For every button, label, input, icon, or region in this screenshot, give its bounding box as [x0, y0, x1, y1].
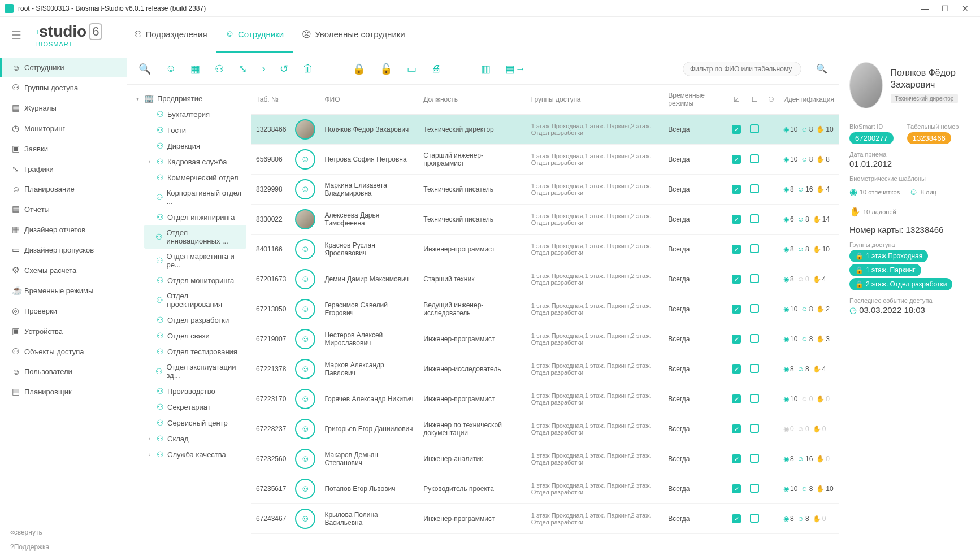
sidebar-item[interactable]: ☺Планирование	[0, 179, 127, 199]
face-icon: ☺	[909, 187, 918, 197]
tree-item[interactable]: ⚇Отдел мониторинга	[144, 272, 246, 288]
tree-item[interactable]: ⚇Гости	[144, 122, 246, 138]
palm-count: 10 ладоней	[863, 209, 896, 215]
sidebar-item[interactable]: ⤡Графики	[0, 159, 127, 179]
header-tab[interactable]: ☹Уволенные сотрудники	[293, 17, 414, 53]
card-icon[interactable]: ▭	[407, 63, 417, 75]
table-row[interactable]: 67235617☺Потапов Егор ЛьвовичРуководител…	[251, 474, 839, 504]
tree-item[interactable]: ›⚇Склад	[144, 431, 246, 446]
column-header[interactable]	[290, 85, 320, 115]
table-row[interactable]: 67219007☺Нестеров Алексей МирославовичИн…	[251, 324, 839, 354]
last-event-value: ◷ 03.03.2022 18:03	[849, 305, 970, 315]
sidebar-item[interactable]: ⚇Объекты доступа	[0, 341, 127, 362]
header-tab[interactable]: ⚇Подразделения	[125, 17, 216, 53]
tree-item[interactable]: ›⚇Служба качества	[144, 446, 246, 462]
sidebar-item[interactable]: ▦Дизайнер отчетов	[0, 219, 127, 240]
filter-input[interactable]	[683, 62, 801, 76]
group-add-icon[interactable]: ⚇	[215, 63, 224, 75]
employee-table: Таб. №ФИОДолжностьГруппы доступаВременны…	[251, 85, 839, 560]
table-row[interactable]: 67201673☺Демин Дамир МаксимовичСтарший т…	[251, 264, 839, 294]
tree-item[interactable]: ⚇Отдел разработки	[144, 312, 246, 328]
sidebar-item[interactable]: ▤Отчеты	[0, 199, 127, 219]
sidebar-item[interactable]: ◷Мониторинг	[0, 118, 127, 138]
history-icon[interactable]: ↺	[280, 63, 288, 75]
sidebar-footer-item[interactable]: «свернуть	[0, 525, 127, 540]
sidebar-item[interactable]: ☺Пользователи	[0, 362, 127, 381]
column-header[interactable]: Таб. №	[251, 85, 290, 115]
expand-icon[interactable]: ⤡	[239, 63, 247, 75]
table-row[interactable]: 8401166☺Краснов Руслан ЯрославовичИнжене…	[251, 235, 839, 264]
access-groups-label: Группы доступа	[849, 241, 970, 248]
column-header[interactable]: Группы доступа	[527, 85, 664, 115]
sidebar-item[interactable]: ▣Заявки	[0, 138, 127, 159]
tree-item[interactable]: ⚇Отдел инновационных ...	[144, 225, 246, 249]
unlock-icon[interactable]: 🔓	[380, 63, 392, 75]
column-header[interactable]: Должность	[419, 85, 526, 115]
hamburger-icon[interactable]: ☰	[11, 28, 28, 42]
tree-item[interactable]: ⚇Бухгалтерия	[144, 106, 246, 122]
lock-icon[interactable]: 🔒	[353, 63, 365, 75]
tree-item[interactable]: ⚇Секретариат	[144, 399, 246, 415]
column-header[interactable]: ФИО	[320, 85, 419, 115]
sidebar-item[interactable]: ☕Временные режимы	[0, 280, 127, 301]
title-bar: root - SIS000313 - Biosmart-Studio v6.0.…	[0, 0, 980, 17]
column-header[interactable]: ☐	[745, 85, 764, 115]
tree-item[interactable]: ⚇Сервисный центр	[144, 415, 246, 431]
sidebar-item[interactable]: ⚙Схемы расчета	[0, 260, 127, 280]
table-row[interactable]: 67232560☺Макаров Демьян СтепановичИнжене…	[251, 444, 839, 474]
table-row[interactable]: 67221378☺Марков Александр ПавловичИнжене…	[251, 354, 839, 384]
table-row[interactable]: 8329998☺Маркина Елизавета ВладимировнаТе…	[251, 175, 839, 205]
details-panel: Поляков Фёдор Захарович Технический дире…	[839, 53, 980, 560]
book-icon[interactable]: ▥	[481, 63, 491, 75]
column-header[interactable]: ☑	[727, 85, 745, 115]
hire-date-value: 01.01.2012	[849, 159, 970, 168]
export-icon[interactable]: ▤→	[505, 63, 525, 75]
header-tab[interactable]: ☺Сотрудники	[216, 17, 293, 53]
logo-text: studio	[39, 23, 86, 41]
table-row[interactable]: 67213050☺Герасимов Савелий ЕгоровичВедущ…	[251, 294, 839, 324]
fingerprint-icon: ◉	[849, 186, 857, 197]
table-row[interactable]: 67243467☺Крылова Полина ВасильевнаИнжене…	[251, 504, 839, 534]
tab-number-label: Табельный номер	[907, 123, 959, 130]
tree-item[interactable]: ⚇Отдел связи	[144, 328, 246, 344]
column-header[interactable]: ⚇	[764, 85, 779, 115]
column-header[interactable]: Временные режимы	[664, 85, 727, 115]
close-button[interactable]: ✕	[955, 1, 975, 16]
logo-subtitle: BIOSMART	[36, 41, 102, 47]
tree-item[interactable]: ⚇Производство	[144, 383, 246, 399]
tree-item[interactable]: ⚇Отдел инжиниринга	[144, 209, 246, 225]
tree-item[interactable]: ⚇Отдел маркетинга и ре...	[144, 249, 246, 272]
tree-item[interactable]: ⚇Коммерческий отдел	[144, 170, 246, 185]
sidebar-item[interactable]: ☺Сотрудники	[0, 58, 127, 77]
table-row[interactable]: 67228237☺Григорьев Егор ДанииловичИнжене…	[251, 414, 839, 444]
column-header[interactable]: Идентификация	[779, 85, 839, 115]
person-icon[interactable]: ☺	[166, 63, 176, 75]
maximize-button[interactable]: ☐	[935, 1, 955, 16]
tree-item[interactable]: ⚇Отдел тестирования	[144, 344, 246, 359]
sidebar-item[interactable]: ▤Журналы	[0, 98, 127, 118]
tree-item[interactable]: ⚇Дирекция	[144, 138, 246, 154]
delete-icon[interactable]: 🗑	[303, 63, 313, 75]
table-row[interactable]: 13238466Поляков Фёдор ЗахаровичТехническ…	[251, 115, 839, 145]
tree-item[interactable]: ›⚇Кадровая служба	[144, 154, 246, 170]
sidebar-item[interactable]: ▤Планировщик	[0, 381, 127, 402]
tree-item[interactable]: ⚇Корпоративный отдел ...	[144, 185, 246, 209]
next-icon[interactable]: ›	[262, 63, 265, 75]
tree-item[interactable]: ⚇Отдел эксплуатации зд...	[144, 359, 246, 383]
table-row[interactable]: 8330022Алексеева Дарья ТимофеевнаТехниче…	[251, 205, 839, 235]
sidebar-item[interactable]: ▣Устройства	[0, 321, 127, 341]
minimize-button[interactable]: —	[914, 1, 935, 16]
sidebar-footer-item[interactable]: ?Поддержка	[0, 540, 127, 554]
table-row[interactable]: 6569806☺Петрова София ПетровнаСтарший ин…	[251, 145, 839, 175]
print-icon[interactable]: 🖨	[431, 63, 441, 75]
tree-item[interactable]: ⚇Отдел проектирования	[144, 288, 246, 312]
columns-icon[interactable]: ▦	[190, 63, 200, 75]
search-icon[interactable]: 🔍	[138, 63, 151, 75]
tree-root[interactable]: ▾ 🏢 Предприятие	[132, 90, 246, 106]
access-group-badge: 🔒2 этаж. Отдел разработки	[849, 278, 952, 290]
sidebar-item[interactable]: ◎Проверки	[0, 301, 127, 321]
table-row[interactable]: 67223170☺Горячев Александр НикитичИнжене…	[251, 384, 839, 414]
search-filter-icon[interactable]: 🔍	[816, 63, 827, 74]
sidebar-item[interactable]: ▭Дизайнер пропусков	[0, 240, 127, 260]
sidebar-item[interactable]: ⚇Группы доступа	[0, 77, 127, 98]
